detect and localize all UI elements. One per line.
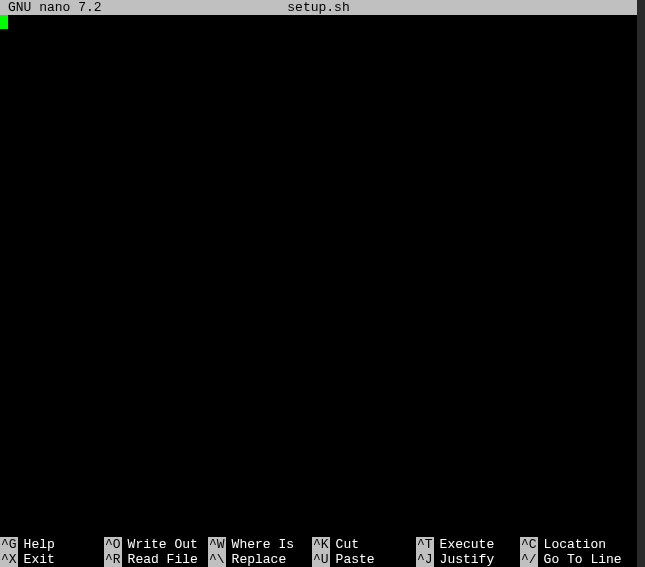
text-cursor (0, 15, 8, 29)
action-label: Paste (330, 552, 375, 567)
key-label: ^T (416, 537, 434, 552)
key-label: ^R (104, 552, 122, 567)
help-row-2: ^X Exit ^R Read File ^\ Replace ^U Paste… (0, 552, 637, 567)
editor-area[interactable] (0, 15, 637, 537)
shortcut-execute[interactable]: ^T Execute (416, 537, 520, 552)
action-label: Exit (18, 552, 55, 567)
action-label: Location (538, 537, 606, 552)
key-label: ^W (208, 537, 226, 552)
help-bar: ^G Help ^O Write Out ^W Where Is ^K Cut … (0, 537, 637, 567)
action-label: Justify (434, 552, 495, 567)
shortcut-cut[interactable]: ^K Cut (312, 537, 416, 552)
key-label: ^\ (208, 552, 226, 567)
scrollbar[interactable] (637, 0, 645, 567)
action-label: Write Out (122, 537, 198, 552)
action-label: Cut (330, 537, 359, 552)
shortcut-write-out[interactable]: ^O Write Out (104, 537, 208, 552)
key-label: ^U (312, 552, 330, 567)
shortcut-read-file[interactable]: ^R Read File (104, 552, 208, 567)
app-name: GNU nano 7.2 (8, 0, 102, 15)
key-label: ^C (520, 537, 538, 552)
shortcut-exit[interactable]: ^X Exit (0, 552, 104, 567)
shortcut-location[interactable]: ^C Location (520, 537, 624, 552)
shortcut-replace[interactable]: ^\ Replace (208, 552, 312, 567)
shortcut-where-is[interactable]: ^W Where Is (208, 537, 312, 552)
shortcut-justify[interactable]: ^J Justify (416, 552, 520, 567)
action-label: Read File (122, 552, 198, 567)
titlebar: GNU nano 7.2 setup.sh (0, 0, 637, 15)
shortcut-help[interactable]: ^G Help (0, 537, 104, 552)
action-label: Go To Line (538, 552, 622, 567)
action-label: Where Is (226, 537, 294, 552)
key-label: ^/ (520, 552, 538, 567)
key-label: ^O (104, 537, 122, 552)
key-label: ^G (0, 537, 18, 552)
action-label: Replace (226, 552, 287, 567)
action-label: Execute (434, 537, 495, 552)
shortcut-go-to-line[interactable]: ^/ Go To Line (520, 552, 624, 567)
action-label: Help (18, 537, 55, 552)
key-label: ^X (0, 552, 18, 567)
filename: setup.sh (287, 0, 349, 15)
key-label: ^K (312, 537, 330, 552)
help-row-1: ^G Help ^O Write Out ^W Where Is ^K Cut … (0, 537, 637, 552)
shortcut-paste[interactable]: ^U Paste (312, 552, 416, 567)
key-label: ^J (416, 552, 434, 567)
